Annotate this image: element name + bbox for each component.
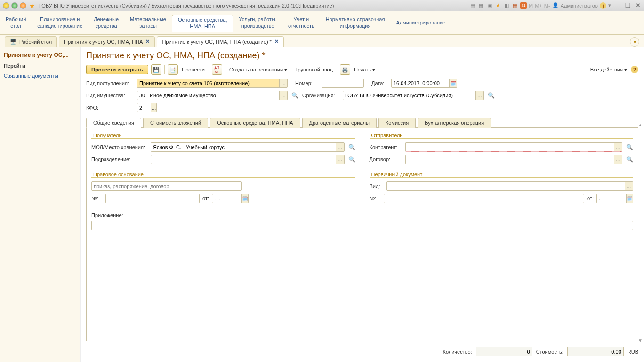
print-button[interactable]: Печать ▾ bbox=[353, 67, 376, 73]
wtab-dropdown[interactable]: ▾ bbox=[630, 37, 639, 47]
legal-basis-field[interactable] bbox=[91, 181, 242, 191]
legal-date-input[interactable] bbox=[212, 194, 242, 203]
legal-no-input[interactable] bbox=[106, 194, 199, 203]
receipt-kind-field[interactable]: … bbox=[137, 79, 288, 88]
doc-kind-field[interactable]: … bbox=[386, 181, 634, 191]
toolbar-icon[interactable]: ▣ bbox=[486, 2, 493, 9]
section-reporting[interactable]: Учет и отчетность bbox=[282, 15, 320, 31]
post-and-close-button[interactable]: Провести и закрыть bbox=[86, 65, 148, 74]
scroll-down-icon[interactable]: ▼ bbox=[638, 338, 643, 343]
info-icon[interactable]: i bbox=[600, 2, 606, 9]
doc-date-input[interactable] bbox=[597, 194, 626, 203]
mplus-icon[interactable]: M+ bbox=[535, 3, 542, 8]
receipt-kind-input[interactable] bbox=[137, 79, 279, 87]
attachment-input[interactable] bbox=[92, 221, 633, 230]
m-icon[interactable]: M bbox=[529, 3, 533, 8]
magnifier-icon[interactable]: 🔍 bbox=[348, 144, 355, 150]
legal-date-field[interactable]: 🗓️ bbox=[212, 194, 249, 203]
all-actions-button[interactable]: Все действия ▾ bbox=[589, 67, 628, 73]
maximize-icon[interactable]: ❐ bbox=[624, 2, 632, 9]
scrollbar[interactable]: ▲ ▼ bbox=[637, 122, 643, 343]
post-button[interactable]: Провести bbox=[181, 67, 206, 72]
select-icon[interactable]: … bbox=[279, 79, 287, 87]
user-label[interactable]: Администратор bbox=[561, 3, 598, 8]
create-based-button[interactable]: Создать на основании ▾ bbox=[228, 67, 288, 73]
mol-input[interactable] bbox=[151, 143, 336, 151]
tab-assets[interactable]: Основные средства, НМА, НПА bbox=[210, 118, 300, 128]
toolbar-icon[interactable]: ▤ bbox=[469, 2, 476, 9]
wtab-list[interactable]: Принятия к учету ОС, НМА, НПА ✕ bbox=[59, 36, 155, 47]
wtab-desktop[interactable]: 🖥️ Рабочий стол bbox=[5, 36, 57, 47]
back-icon[interactable] bbox=[11, 2, 18, 9]
select-icon[interactable]: … bbox=[614, 143, 622, 151]
date-field[interactable]: 🗓️ bbox=[391, 79, 457, 88]
magnifier-icon[interactable]: 🔍 bbox=[626, 144, 633, 150]
section-reference[interactable]: Нормативно-справочная информация bbox=[320, 15, 391, 31]
number-input[interactable] bbox=[322, 79, 363, 87]
save-icon[interactable]: 💾 bbox=[151, 64, 161, 75]
select-icon[interactable]: … bbox=[279, 91, 287, 100]
dept-input[interactable] bbox=[151, 155, 336, 164]
property-kind-field[interactable]: … bbox=[137, 91, 288, 100]
wtab-doc[interactable]: Принятие к учету ОС, НМА, НПА (создание)… bbox=[157, 36, 284, 47]
tab-metals[interactable]: Драгоценные материалы bbox=[302, 118, 377, 128]
calendar-icon[interactable]: 🗓️ bbox=[626, 194, 633, 203]
select-icon[interactable]: … bbox=[336, 155, 344, 164]
magnifier-icon[interactable]: 🔍 bbox=[291, 92, 298, 99]
organization-input[interactable] bbox=[343, 91, 475, 100]
legal-no-field[interactable] bbox=[105, 194, 200, 203]
doc-kind-input[interactable] bbox=[387, 182, 625, 190]
dtкt-icon[interactable]: ДтКт bbox=[212, 64, 222, 75]
property-kind-input[interactable] bbox=[137, 91, 279, 100]
doc-no-input[interactable] bbox=[384, 194, 584, 203]
group-input-button[interactable]: Групповой ввод bbox=[294, 67, 334, 72]
post-icon[interactable]: 📑 bbox=[168, 64, 178, 75]
counterparty-field[interactable]: … bbox=[405, 142, 623, 152]
contract-input[interactable] bbox=[406, 155, 614, 164]
tab-commission[interactable]: Комиссия bbox=[378, 118, 416, 128]
mminus-icon[interactable]: M- bbox=[544, 3, 550, 8]
doc-date-field[interactable]: 🗓️ bbox=[596, 194, 633, 203]
magnifier-icon[interactable]: 🔍 bbox=[626, 156, 633, 163]
tab-common[interactable]: Общие сведения bbox=[86, 118, 141, 128]
calendar31-icon[interactable]: 31 bbox=[520, 2, 527, 9]
select-icon[interactable]: … bbox=[336, 143, 344, 151]
sidebar-link-related[interactable]: Связанные документы bbox=[4, 72, 76, 79]
magnifier-icon[interactable]: 🔍 bbox=[348, 156, 355, 163]
close-icon[interactable]: ✕ bbox=[634, 2, 642, 9]
scroll-up-icon[interactable]: ▲ bbox=[638, 122, 643, 127]
section-money[interactable]: Денежные средства bbox=[88, 15, 124, 31]
calendar-icon[interactable]: ▦ bbox=[512, 2, 518, 9]
legal-basis-input[interactable] bbox=[92, 182, 242, 190]
section-planning[interactable]: Планирование и санкционирование bbox=[32, 15, 88, 31]
select-icon[interactable]: … bbox=[625, 182, 633, 190]
section-admin[interactable]: Администрирование bbox=[390, 18, 451, 28]
contract-field[interactable]: … bbox=[405, 155, 623, 164]
dropdown-icon[interactable]: ▾ bbox=[608, 2, 611, 8]
calendar-icon[interactable]: 🗓️ bbox=[449, 79, 457, 87]
section-materials[interactable]: Материальные запасы bbox=[124, 15, 172, 31]
number-field[interactable] bbox=[322, 79, 364, 88]
select-icon[interactable]: … bbox=[475, 91, 483, 100]
minimize-icon[interactable]: — bbox=[613, 2, 622, 9]
select-icon[interactable]: … bbox=[614, 155, 622, 164]
calendar-icon[interactable]: 🗓️ bbox=[242, 194, 248, 203]
section-desktop[interactable]: Рабочий стол bbox=[0, 15, 32, 31]
toolbar-icon[interactable]: ◧ bbox=[503, 2, 510, 9]
doc-no-field[interactable] bbox=[384, 194, 585, 203]
close-icon[interactable]: ✕ bbox=[274, 39, 279, 45]
tab-cost[interactable]: Стоимость вложений bbox=[143, 118, 208, 128]
mol-field[interactable]: … bbox=[151, 142, 345, 152]
counterparty-input[interactable] bbox=[406, 143, 614, 151]
kfo-field[interactable]: … bbox=[137, 103, 157, 112]
favorite-icon[interactable]: ★ bbox=[29, 2, 35, 9]
dept-field[interactable]: … bbox=[151, 155, 345, 164]
kfo-input[interactable] bbox=[137, 103, 151, 112]
section-services[interactable]: Услуги, работы, производство bbox=[233, 15, 282, 31]
star-icon[interactable]: ★ bbox=[495, 2, 501, 9]
section-assets[interactable]: Основные средства, НМА, НПА bbox=[172, 15, 233, 31]
date-input[interactable] bbox=[392, 79, 449, 87]
toolbar-icon[interactable]: ▦ bbox=[478, 2, 484, 9]
help-icon[interactable]: ? bbox=[631, 66, 638, 73]
attachment-field[interactable] bbox=[91, 221, 633, 230]
